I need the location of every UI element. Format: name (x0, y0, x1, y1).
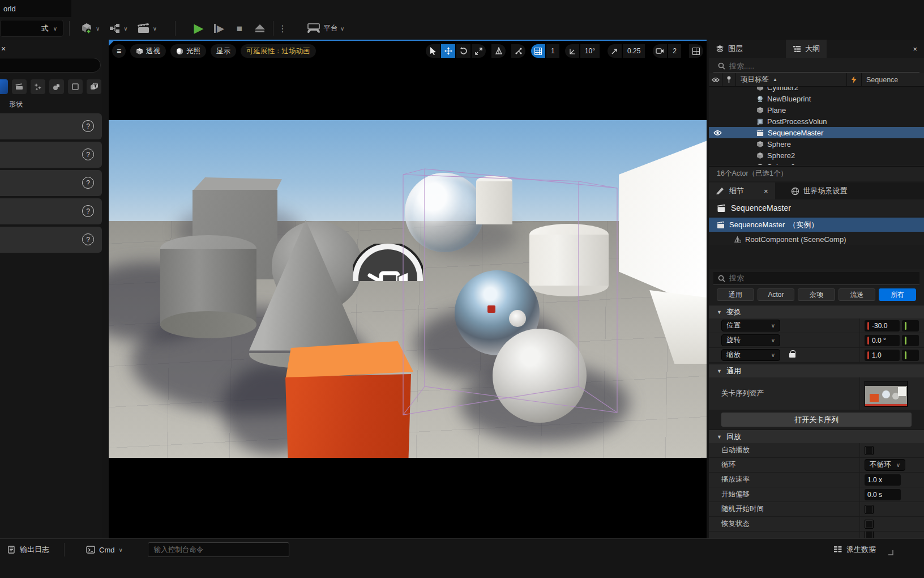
place-actors-search-input[interactable] (0, 58, 101, 73)
loop-dropdown[interactable]: 不循环∨ (865, 459, 905, 471)
scale-snap-toggle[interactable] (608, 44, 622, 58)
placeable-item[interactable]: ? (0, 227, 102, 253)
scale-x-field[interactable]: 1.0 (865, 350, 900, 361)
placeable-item[interactable]: ? (0, 198, 102, 224)
tab-outliner[interactable]: 大纲 (786, 40, 827, 58)
scale-dropdown[interactable]: 缩放∨ (721, 349, 780, 361)
placeable-item[interactable]: ? (0, 170, 102, 196)
outliner-row[interactable]: Sphere3 (709, 161, 924, 165)
play-button[interactable]: ▶ (189, 20, 208, 37)
pin-column-button[interactable] (722, 73, 736, 87)
select-tool-button[interactable] (426, 44, 440, 58)
viewport-layout-button[interactable] (689, 44, 703, 58)
viewport-menu-button[interactable]: ≡ (112, 44, 126, 58)
restore-state-checkbox[interactable] (865, 520, 874, 529)
start-offset-field[interactable]: 0.0 s (865, 489, 901, 500)
outliner-row[interactable]: Cylinder2 (709, 87, 924, 93)
help-icon: ? (82, 233, 94, 245)
cmd-dropdown[interactable]: Cmd ∨ (78, 539, 131, 560)
category-all-classes-tab[interactable] (87, 79, 101, 94)
world-space-button[interactable] (491, 44, 506, 58)
blueprints-button[interactable]: ∨ (104, 20, 132, 37)
open-level-sequence-button[interactable]: 打开关卡序列 (721, 413, 912, 427)
platform-dropdown[interactable]: 平台 ∨ (302, 20, 349, 36)
perspective-dropdown[interactable]: 透视 (130, 44, 166, 58)
cinematics-button[interactable]: ∨ (132, 20, 161, 37)
level-tab[interactable]: orld (0, 0, 71, 17)
category-shapes-tab[interactable] (49, 79, 64, 94)
visibility-column-button[interactable] (709, 73, 722, 87)
placeable-item[interactable]: ? (0, 113, 102, 139)
tab-layers[interactable]: 图层 (709, 40, 750, 58)
filter-all-button[interactable]: 所有 (879, 288, 916, 301)
close-icon[interactable]: × (764, 187, 768, 196)
derived-data-button[interactable]: 派生数据 (825, 539, 901, 560)
filter-general-button[interactable]: 通用 (717, 288, 754, 301)
rotate-tool-button[interactable] (456, 44, 470, 58)
snap-actors-button[interactable] (511, 44, 525, 58)
clipped-checkbox[interactable] (865, 532, 874, 538)
category-volumes-tab[interactable] (68, 79, 83, 94)
scale-y-field[interactable] (902, 350, 919, 361)
sequence-trigger-column-button[interactable] (847, 73, 862, 87)
lock-icon[interactable] (789, 353, 795, 358)
location-dropdown[interactable]: 位置∨ (721, 320, 780, 332)
tab-world-settings[interactable]: 世界场景设置 (784, 182, 854, 199)
close-outliner-button[interactable]: × (906, 40, 924, 58)
level-viewport[interactable]: Z X Y ≡ 透视 光照 显示 可延展性：过场动画 (109, 40, 707, 538)
random-start-checkbox[interactable] (865, 505, 874, 514)
play-options-button[interactable]: ⋮ (277, 20, 288, 37)
type-column-button[interactable]: Sequence (862, 73, 924, 87)
outliner-row-selected[interactable]: SequenceMaster (709, 127, 924, 138)
show-dropdown[interactable]: 显示 (211, 44, 236, 58)
section-playback-header[interactable]: ▼ 回放 (709, 430, 924, 443)
select-mode-dropdown[interactable]: 式 ∨ (0, 20, 63, 37)
placeable-item[interactable]: ? (0, 142, 102, 168)
details-search-input[interactable]: 搜索 (713, 272, 919, 285)
category-effects-tab[interactable] (31, 79, 45, 94)
output-log-button[interactable]: 输出日志 (0, 539, 57, 560)
move-tool-button[interactable] (441, 44, 455, 58)
rotation-snap-value[interactable]: 10° (580, 44, 600, 58)
category-cinematic-tab[interactable] (12, 79, 27, 94)
stop-button[interactable]: ■ (230, 20, 249, 37)
tab-details[interactable]: 细节 × (709, 182, 775, 199)
sequence-asset-thumbnail[interactable] (865, 381, 908, 407)
rotation-y-field[interactable] (902, 335, 919, 346)
section-general-header[interactable]: ▼ 通用 (709, 364, 924, 377)
scalability-warning-button[interactable]: 可延展性：过场动画 (241, 44, 316, 58)
scale-snap-value[interactable]: 0.25 (623, 44, 645, 58)
outliner-row[interactable]: Sphere (709, 138, 924, 150)
eye-icon[interactable] (713, 130, 722, 136)
item-label-column-button[interactable]: 项目标签 ▲ (736, 73, 847, 87)
component-row-selected[interactable]: SequenceMaster （实例） (709, 218, 924, 232)
filter-actor-button[interactable]: Actor (758, 288, 795, 301)
grid-snap-value[interactable]: 1 (546, 44, 559, 58)
category-basic-tab[interactable] (0, 79, 8, 94)
outliner-search-input[interactable]: 搜索..... (713, 60, 919, 73)
location-y-field[interactable] (902, 320, 919, 332)
filter-misc-button[interactable]: 杂项 (798, 288, 835, 301)
frame-skip-button[interactable]: ▶ (209, 20, 229, 37)
location-x-field[interactable]: -30.0 (865, 320, 900, 332)
rotation-dropdown[interactable]: 旋转∨ (721, 334, 780, 346)
filter-streaming-button[interactable]: 流送 (839, 288, 876, 301)
close-panel-button[interactable]: × (1, 44, 6, 53)
rotation-x-field[interactable]: 0.0 ° (865, 335, 900, 346)
scale-tool-button[interactable] (472, 44, 486, 58)
section-transform-header[interactable]: ▼ 变换 (709, 305, 924, 318)
rotation-snap-toggle[interactable] (565, 44, 579, 58)
camera-speed-value[interactable]: 2 (668, 44, 681, 58)
outliner-row[interactable]: NewBlueprint (709, 93, 924, 104)
eject-button[interactable] (250, 20, 270, 37)
outliner-row[interactable]: PostProcessVolun (709, 116, 924, 127)
play-rate-field[interactable]: 1.0 x (865, 474, 901, 486)
auto-play-checkbox[interactable] (865, 446, 874, 455)
camera-speed-button[interactable] (653, 44, 667, 58)
console-command-input[interactable]: 输入控制台命令 (148, 542, 289, 557)
view-mode-dropdown[interactable]: 光照 (170, 44, 206, 58)
grid-snap-toggle[interactable] (531, 44, 545, 58)
add-actor-button[interactable]: ∨ (75, 19, 104, 37)
outliner-row[interactable]: Plane (709, 104, 924, 116)
outliner-row[interactable]: Sphere2 (709, 150, 924, 161)
